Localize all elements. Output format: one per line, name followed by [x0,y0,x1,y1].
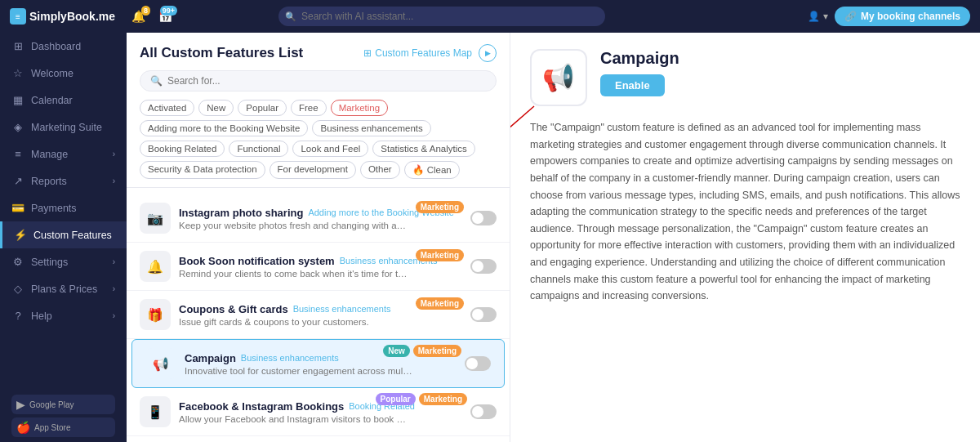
filter-adding-more[interactable]: Adding more to the Booking Website [140,120,308,136]
filter-popular[interactable]: Popular [238,100,287,116]
my-booking-channels-button[interactable]: 🔗 My booking channels [835,7,970,26]
feature-coupons[interactable]: 🎁 Coupons & Gift cards Business enhancem… [127,291,510,339]
filter-marketing[interactable]: Marketing [331,100,389,116]
annotation-container: 📢 Campaign Enable The "Campaign" custom … [530,49,960,305]
app-store-badge[interactable]: 🍎 App Store [11,417,115,437]
notifications-button[interactable]: 🔔 8 [131,10,145,23]
logo[interactable]: ≡ SimplyBook.me [10,8,115,25]
campaign-icon: 📢 [145,348,176,379]
filter-free[interactable]: Free [291,100,327,116]
sidebar-item-help[interactable]: ? Help › [0,302,127,329]
campaign-icon-box: 📢 [530,49,587,106]
right-panel: 📢 Campaign Enable The "Campaign" custom … [510,33,980,442]
badges-row: Marketing [416,297,464,310]
feature-booksoon[interactable]: 🔔 Book Soon notification system Business… [127,243,510,291]
search-bar: 🔍 [278,7,605,26]
campaign-header: 📢 Campaign Enable [530,49,960,106]
toggle-instagram[interactable] [470,211,497,225]
search-icon: 🔍 [150,75,163,87]
chevron-right-icon: › [113,284,115,293]
cf-title-row: All Custom Features List ⊞ Custom Featur… [140,44,497,62]
filter-look-and-feel[interactable]: Look and Feel [292,141,368,157]
settings-icon: ⚙ [11,256,24,268]
plans-icon: ◇ [11,283,24,295]
feature-facebook-instagram[interactable]: 📱 Facebook & Instagram Bookings Booking … [127,388,510,436]
sidebar-item-marketing[interactable]: ◈ Marketing Suite [0,114,127,141]
filter-tags: Activated New Popular Free Marketing Add… [140,100,497,179]
nav-right: 👤 ▾ 🔗 My booking channels [808,7,970,26]
filter-development[interactable]: For development [270,161,356,179]
search-input[interactable] [278,7,605,26]
marketing-badge: Marketing [419,393,467,405]
logo-icon: ≡ [10,8,26,25]
toggle-booksoon[interactable] [470,259,497,274]
campaign-title-area: Campaign Enable [600,49,679,96]
cf-search: 🔍 [140,70,497,92]
sidebar-item-calendar[interactable]: ▦ Calendar [0,87,127,114]
filter-statistics[interactable]: Statistics & Analytics [372,141,474,157]
user-button[interactable]: 👤 ▾ [808,11,828,22]
filter-new[interactable]: New [198,100,234,116]
google-play-badge[interactable]: ▶ Google Play [11,395,115,414]
filter-booking-related[interactable]: Booking Related [140,141,225,157]
feature-campaign[interactable]: 📢 Campaign Business enhancements Innovat… [131,339,505,388]
booking-icon: 🔗 [844,11,857,22]
apple-icon: 🍎 [16,421,30,434]
badges-row: Popular Marketing [376,393,467,405]
sidebar-item-welcome[interactable]: ☆ Welcome [0,60,127,87]
marketing-badge: Marketing [416,201,464,213]
popular-badge: Popular [376,393,416,405]
cf-header: All Custom Features List ⊞ Custom Featur… [127,33,510,188]
clean-icon: 🔥 [412,164,424,176]
toggle-campaign[interactable] [465,356,491,371]
chevron-right-icon: › [113,150,115,158]
store-badges: ▶ Google Play 🍎 App Store [11,395,115,437]
marketing-badge: Marketing [416,297,464,310]
main-layout: ⊞ Dashboard ☆ Welcome ▦ Calendar ◈ Marke… [0,33,980,442]
badges-row: New Marketing [383,345,461,357]
sidebar-item-plans[interactable]: ◇ Plans & Prices › [0,275,127,302]
marketing-badge: Marketing [416,249,464,261]
sidebar-item-payments[interactable]: 💳 Payments [0,194,127,221]
new-badge: New [383,345,410,357]
sidebar-item-manage[interactable]: ≡ Manage › [0,141,127,167]
filter-clean[interactable]: 🔥 Clean [404,161,460,179]
toggle-coupons[interactable] [470,307,497,322]
custom-features-map-link[interactable]: ⊞ Custom Features Map [363,47,472,59]
sidebar-item-custom-features[interactable]: ⚡ Custom Features [0,221,127,248]
sidebar-item-settings[interactable]: ⚙ Settings › [0,248,127,275]
google-play-icon: ▶ [16,398,25,411]
feature-instagram[interactable]: 📷 Instagram photo sharing Adding more to… [127,194,510,243]
filter-business[interactable]: Business enhancements [312,120,430,136]
sidebar-bottom: ▶ Google Play 🍎 App Store [0,386,127,442]
badges-row: Marketing [416,249,464,261]
chevron-right-icon: › [113,257,115,266]
chevron-right-icon: › [113,176,115,185]
sidebar-item-dashboard[interactable]: ⊞ Dashboard [0,33,127,60]
sidebar-item-reports[interactable]: ↗ Reports › [0,167,127,194]
calendar-button[interactable]: 📅 99+ [158,10,172,23]
chevron-right-icon: › [113,311,115,320]
enable-button[interactable]: Enable [600,74,665,96]
toggle-facebook[interactable] [470,404,497,419]
fb-instagram-icon: 📱 [140,396,171,427]
play-icon: ▶ [485,49,491,57]
top-navigation: ≡ SimplyBook.me 🔔 8 📅 99+ 🔍 👤 ▾ 🔗 My boo… [0,0,980,33]
cf-search-input[interactable] [167,75,486,87]
marketing-badge: Marketing [413,345,461,357]
filter-security[interactable]: Security & Data protection [140,161,265,179]
campaign-description: The "Campaign" custom feature is defined… [530,119,960,305]
custom-features-icon: ⚡ [14,229,27,241]
map-icon: ⊞ [363,47,372,59]
sidebar: ⊞ Dashboard ☆ Welcome ▦ Calendar ◈ Marke… [0,33,127,442]
coupons-icon: 🎁 [140,299,171,330]
search-icon: 🔍 [285,11,296,22]
filter-functional[interactable]: Functional [229,141,288,157]
booksoon-icon: 🔔 [140,251,171,282]
filter-activated[interactable]: Activated [140,100,194,116]
calendar-icon: ▦ [11,94,24,106]
nav-icons: 🔔 8 📅 99+ [131,10,172,23]
play-button[interactable]: ▶ [479,44,497,62]
help-icon: ? [11,310,24,322]
filter-other[interactable]: Other [360,161,400,179]
